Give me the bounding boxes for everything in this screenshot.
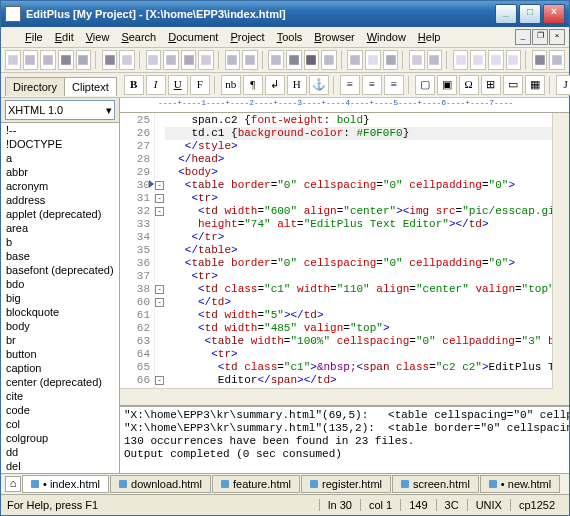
hscrollbar[interactable] bbox=[120, 388, 553, 405]
tabs-home-icon[interactable]: ⌂ bbox=[5, 476, 21, 492]
menu-document[interactable]: Document bbox=[162, 29, 224, 45]
cliptext-select[interactable]: XHTML 1.0 ▾ bbox=[5, 100, 115, 120]
paste-button[interactable] bbox=[181, 50, 197, 70]
fold-margin[interactable]: ----------- bbox=[155, 113, 163, 405]
doc-tab-screen-html[interactable]: screen.html bbox=[392, 475, 479, 493]
maximize-button[interactable]: □ bbox=[519, 4, 541, 24]
wrap-button[interactable] bbox=[347, 50, 363, 70]
cliptext-address[interactable]: address bbox=[1, 193, 119, 207]
cliptext-area[interactable]: area bbox=[1, 221, 119, 235]
cliptext-big[interactable]: big bbox=[1, 291, 119, 305]
titlebar[interactable]: EditPlus [My Project] - [X:\home\EPP3\in… bbox=[1, 1, 569, 27]
print-button[interactable] bbox=[76, 50, 92, 70]
goto-button[interactable] bbox=[321, 50, 337, 70]
cliptext-acronym[interactable]: acronym bbox=[1, 179, 119, 193]
t2-button[interactable] bbox=[470, 50, 486, 70]
cliptext-abbr[interactable]: abbr bbox=[1, 165, 119, 179]
vscrollbar[interactable] bbox=[552, 113, 569, 405]
cliptext-bdo[interactable]: bdo bbox=[1, 277, 119, 291]
menu-tools[interactable]: Tools bbox=[271, 29, 309, 45]
find-button[interactable] bbox=[268, 50, 284, 70]
cliptext--doctype[interactable]: !DOCTYPE bbox=[1, 137, 119, 151]
cliptext-dd[interactable]: dd bbox=[1, 445, 119, 459]
doc-tab-index-html[interactable]: • index.html bbox=[22, 475, 109, 493]
cliptext-br[interactable]: br bbox=[1, 333, 119, 347]
hbar-button[interactable]: H bbox=[287, 75, 307, 95]
side-tab-cliptext[interactable]: Cliptext bbox=[64, 77, 117, 96]
doc-tab-new-html[interactable]: • new.html bbox=[480, 475, 560, 493]
spell-button[interactable] bbox=[383, 50, 399, 70]
cliptext-col[interactable]: col bbox=[1, 417, 119, 431]
undo-button[interactable] bbox=[225, 50, 241, 70]
doc-tab-register-html[interactable]: register.html bbox=[301, 475, 391, 493]
help-button[interactable] bbox=[549, 50, 565, 70]
code-area[interactable]: 2526272829303132333435363738606162636465… bbox=[120, 113, 569, 405]
open-button[interactable] bbox=[23, 50, 39, 70]
cliptext-caption[interactable]: caption bbox=[1, 361, 119, 375]
img-button[interactable]: ▢ bbox=[415, 75, 435, 95]
cliptext-colgroup[interactable]: colgroup bbox=[1, 431, 119, 445]
rec-button[interactable] bbox=[409, 50, 425, 70]
doc-tab-download-html[interactable]: download.html bbox=[110, 475, 211, 493]
play-button[interactable] bbox=[427, 50, 443, 70]
font-button[interactable]: F bbox=[190, 75, 210, 95]
anchor-button[interactable]: ⚓ bbox=[309, 75, 329, 95]
ws-button[interactable] bbox=[365, 50, 381, 70]
h1-button[interactable]: J bbox=[556, 75, 570, 95]
cliptext-code[interactable]: code bbox=[1, 403, 119, 417]
doc-tab-feature-html[interactable]: feature.html bbox=[212, 475, 300, 493]
mdi-restore-button[interactable]: ❐ bbox=[532, 29, 548, 45]
cut-button[interactable] bbox=[146, 50, 162, 70]
redo-button[interactable] bbox=[242, 50, 258, 70]
bold-button[interactable]: B bbox=[124, 75, 144, 95]
cliptext-b[interactable]: b bbox=[1, 235, 119, 249]
menu-view[interactable]: View bbox=[80, 29, 116, 45]
cliptext-cite[interactable]: cite bbox=[1, 389, 119, 403]
form-button[interactable]: ▭ bbox=[503, 75, 523, 95]
browser-button[interactable] bbox=[532, 50, 548, 70]
ftp-button[interactable] bbox=[119, 50, 135, 70]
menu-search[interactable]: Search bbox=[115, 29, 162, 45]
saveall-button[interactable] bbox=[58, 50, 74, 70]
replace-button[interactable] bbox=[286, 50, 302, 70]
char-button[interactable]: Ω bbox=[459, 75, 479, 95]
close-button[interactable]: × bbox=[543, 4, 565, 24]
mdi-minimize-button[interactable]: _ bbox=[515, 29, 531, 45]
save-button[interactable] bbox=[40, 50, 56, 70]
cliptext-del[interactable]: del bbox=[1, 459, 119, 473]
tbl-button[interactable]: ⊞ bbox=[481, 75, 501, 95]
menu-help[interactable]: Help bbox=[412, 29, 447, 45]
side-tab-directory[interactable]: Directory bbox=[5, 77, 65, 96]
left-button[interactable]: ≡ bbox=[340, 75, 360, 95]
cliptext-a[interactable]: a bbox=[1, 151, 119, 165]
del-button[interactable] bbox=[198, 50, 214, 70]
cliptext-basefont--deprecated-[interactable]: basefont (deprecated) bbox=[1, 263, 119, 277]
cliptext-body[interactable]: body bbox=[1, 319, 119, 333]
center-button[interactable]: ≡ bbox=[362, 75, 382, 95]
menu-project[interactable]: Project bbox=[224, 29, 270, 45]
sidebar-list[interactable]: !--!DOCTYPEaabbracronymaddressapplet (de… bbox=[1, 123, 119, 473]
italic-button[interactable]: I bbox=[146, 75, 166, 95]
underline-button[interactable]: U bbox=[168, 75, 188, 95]
t3-button[interactable] bbox=[488, 50, 504, 70]
obj-button[interactable]: ▣ bbox=[437, 75, 457, 95]
copy-button[interactable] bbox=[163, 50, 179, 70]
minimize-button[interactable]: _ bbox=[495, 4, 517, 24]
cliptext-base[interactable]: base bbox=[1, 249, 119, 263]
cliptext-applet--deprecated-[interactable]: applet (deprecated) bbox=[1, 207, 119, 221]
nbsp-button[interactable]: ↲ bbox=[265, 75, 285, 95]
para-button[interactable]: ¶ bbox=[243, 75, 263, 95]
right-button[interactable]: ≡ bbox=[384, 75, 404, 95]
mdi-close-button[interactable]: × bbox=[549, 29, 565, 45]
t4-button[interactable] bbox=[506, 50, 522, 70]
new-button[interactable] bbox=[5, 50, 21, 70]
cliptext-center--deprecated-[interactable]: center (deprecated) bbox=[1, 375, 119, 389]
frame-button[interactable]: ▦ bbox=[525, 75, 545, 95]
cliptext----[interactable]: !-- bbox=[1, 123, 119, 137]
output-panel[interactable]: "X:\home\EPP3\kr\summary.html"(69,5): <t… bbox=[120, 405, 569, 473]
source[interactable]: span.c2 {font-weight: bold} td.c1 {backg… bbox=[163, 113, 569, 405]
findfiles-button[interactable] bbox=[304, 50, 320, 70]
preview-button[interactable] bbox=[102, 50, 118, 70]
menu-browser[interactable]: Browser bbox=[308, 29, 360, 45]
t1-button[interactable] bbox=[453, 50, 469, 70]
